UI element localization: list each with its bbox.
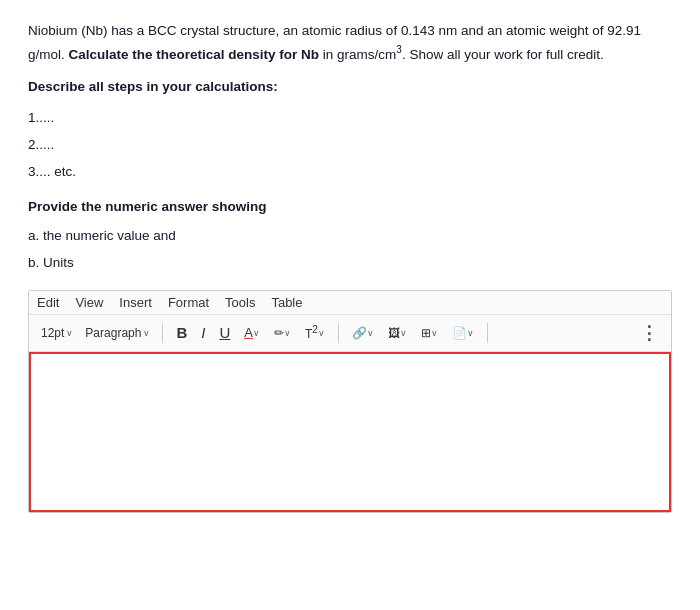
image-chevron: ∨ xyxy=(400,328,407,338)
superscript-button[interactable]: T2 ∨ xyxy=(300,322,330,343)
paragraph-value: Paragraph xyxy=(85,326,141,340)
menu-table[interactable]: Table xyxy=(271,295,302,310)
special-chevron: ∨ xyxy=(431,328,438,338)
step-1: 1..... xyxy=(28,104,672,131)
font-size-value: 12pt xyxy=(41,326,64,340)
special-button[interactable]: ⊞ ∨ xyxy=(416,324,443,342)
menu-tools[interactable]: Tools xyxy=(225,295,255,310)
steps-list: 1..... 2..... 3.... etc. xyxy=(28,104,672,185)
question-intro-text: Niobium (Nb) has a BCC crystal structure… xyxy=(28,20,672,65)
step-3: 3.... etc. xyxy=(28,158,672,185)
toolbar: 12pt ∨ Paragraph ∨ B I U A ∨ ✏ ∨ T2 ∨ xyxy=(29,315,671,352)
end-text: . Show all your work for full credit. xyxy=(402,46,604,61)
underline-button[interactable]: U xyxy=(214,322,235,343)
link-icon: 🔗 xyxy=(352,326,367,340)
divider-1 xyxy=(162,323,163,343)
document-icon: 📄 xyxy=(452,326,467,340)
bold-button[interactable]: B xyxy=(171,322,192,343)
superscript-label: T2 xyxy=(305,324,318,341)
menu-insert[interactable]: Insert xyxy=(119,295,152,310)
editor-wrapper: Edit View Insert Format Tools Table 12pt… xyxy=(28,290,672,513)
superscript-chevron: ∨ xyxy=(318,328,325,338)
page-container: Niobium (Nb) has a BCC crystal structure… xyxy=(0,0,700,610)
answer-a: a. the numeric value and xyxy=(28,222,672,249)
menu-format[interactable]: Format xyxy=(168,295,209,310)
describe-heading: Describe all steps in your calculations: xyxy=(28,79,672,94)
bold-text: Calculate the theoretical density for Nb xyxy=(69,46,320,61)
link-chevron: ∨ xyxy=(367,328,374,338)
font-color-chevron: ∨ xyxy=(253,328,260,338)
numeric-heading: Provide the numeric answer showing xyxy=(28,199,672,214)
highlight-button[interactable]: ✏ ∨ xyxy=(269,324,296,342)
link-button[interactable]: 🔗 ∨ xyxy=(347,324,379,342)
divider-3 xyxy=(487,323,488,343)
menu-edit[interactable]: Edit xyxy=(37,295,59,310)
image-button[interactable]: 🖼 ∨ xyxy=(383,324,412,342)
editor-content-area[interactable] xyxy=(29,352,671,512)
paragraph-chevron: ∨ xyxy=(143,328,150,338)
highlight-chevron: ∨ xyxy=(284,328,291,338)
image-icon: 🖼 xyxy=(388,326,400,340)
divider-2 xyxy=(338,323,339,343)
answer-items: a. the numeric value and b. Units xyxy=(28,222,672,276)
paragraph-select[interactable]: Paragraph ∨ xyxy=(81,324,154,342)
italic-button[interactable]: I xyxy=(196,322,210,343)
document-button[interactable]: 📄 ∨ xyxy=(447,324,479,342)
special-icon: ⊞ xyxy=(421,326,431,340)
document-chevron: ∨ xyxy=(467,328,474,338)
font-size-chevron: ∨ xyxy=(66,328,73,338)
highlight-icon: ✏ xyxy=(274,326,284,340)
menu-bar: Edit View Insert Format Tools Table xyxy=(29,291,671,315)
font-color-label: A xyxy=(244,325,253,340)
font-color-button[interactable]: A ∨ xyxy=(239,323,265,342)
after-bold-text: in grams/cm xyxy=(319,46,396,61)
answer-section: Provide the numeric answer showing a. th… xyxy=(28,199,672,276)
answer-b: b. Units xyxy=(28,249,672,276)
font-size-select[interactable]: 12pt ∨ xyxy=(37,324,77,342)
more-options-button[interactable]: ⋮ xyxy=(636,320,663,346)
menu-view[interactable]: View xyxy=(75,295,103,310)
step-2: 2..... xyxy=(28,131,672,158)
